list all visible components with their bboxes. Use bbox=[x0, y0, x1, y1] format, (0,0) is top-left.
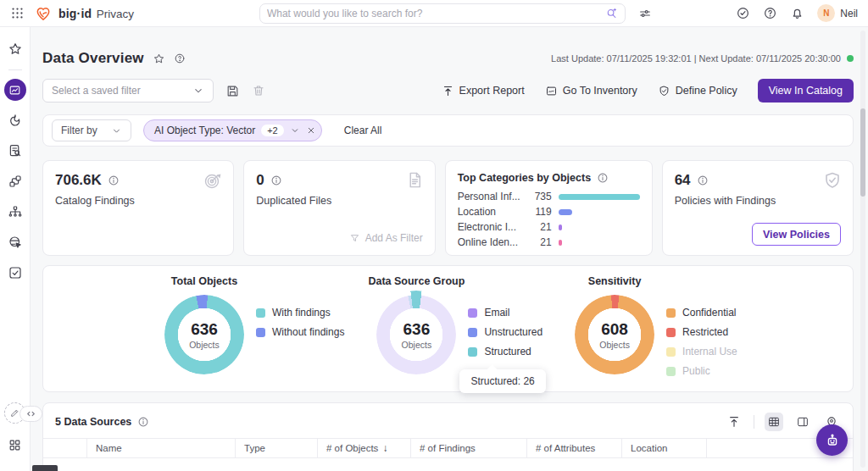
document-search-icon[interactable] bbox=[4, 140, 26, 162]
page-toolbar: Select a saved filter Export Report Go T… bbox=[42, 78, 854, 103]
column-header-type[interactable]: Type bbox=[236, 439, 318, 457]
column-header--of-findings[interactable]: # of Findings bbox=[411, 439, 527, 457]
info-icon[interactable] bbox=[137, 416, 149, 428]
top-right-actions: N Neil bbox=[736, 4, 858, 22]
star-icon[interactable] bbox=[4, 38, 26, 60]
chart-title: Data Source Group bbox=[368, 275, 465, 287]
legend-item[interactable]: With findings bbox=[256, 307, 344, 319]
remove-filter-icon[interactable] bbox=[306, 125, 316, 136]
legend-item[interactable]: Without findings bbox=[256, 326, 344, 338]
sidebar-collapse-handle[interactable] bbox=[19, 406, 42, 422]
legend-item[interactable]: Restricted bbox=[666, 326, 737, 338]
category-label: Personal Inf... bbox=[458, 191, 522, 202]
column-header--of-attributes[interactable]: # of Attributes bbox=[527, 439, 622, 457]
table-header-row: NameType# of Objects↓# of Findings# of A… bbox=[43, 438, 853, 458]
stat-cards-row: 706.6K Catalog Findings 0 Duplicated Fil… bbox=[42, 160, 854, 256]
export-up-icon[interactable] bbox=[725, 413, 743, 431]
filter-chip-ai-object-type[interactable]: AI Object Type: Vector +2 bbox=[143, 119, 322, 141]
nav-data-overview-selected[interactable] bbox=[4, 79, 26, 101]
hierarchy-icon[interactable] bbox=[4, 201, 26, 223]
legend-item[interactable]: Confidential bbox=[666, 307, 737, 319]
search-settings-icon[interactable] bbox=[638, 7, 652, 20]
chart-title: Sensitivity bbox=[588, 275, 642, 287]
table-row-partial-icon bbox=[32, 465, 58, 471]
object-group-icon[interactable] bbox=[4, 170, 26, 192]
legend-swatch bbox=[468, 308, 477, 318]
global-search[interactable] bbox=[259, 3, 626, 24]
flame-icon[interactable] bbox=[4, 109, 26, 131]
info-icon[interactable] bbox=[697, 175, 709, 186]
column-header-location[interactable]: Location bbox=[622, 439, 707, 457]
export-report-button[interactable]: Export Report bbox=[442, 85, 525, 97]
legend-item[interactable]: Public bbox=[666, 365, 737, 377]
info-icon[interactable] bbox=[108, 175, 120, 186]
column-view-icon[interactable] bbox=[793, 413, 812, 431]
view-policies-button[interactable]: View Policies bbox=[752, 223, 841, 246]
globe-pointer-icon[interactable] bbox=[4, 231, 26, 253]
add-as-filter-button[interactable]: Add As Filter bbox=[349, 232, 423, 244]
task-checkbox-icon[interactable] bbox=[4, 262, 26, 284]
legend-label: Internal Use bbox=[682, 346, 737, 357]
table-header-checkbox-cell[interactable] bbox=[43, 439, 87, 457]
bigid-privacy-dashboard: big·id Privacy N Neil bbox=[0, 0, 868, 471]
duplicated-files-card: 0 Duplicated Files Add As Filter bbox=[243, 160, 435, 256]
clear-all-button[interactable]: Clear All bbox=[344, 125, 382, 136]
chart-section: Data Source Group636ObjectsEmailUnstruct… bbox=[376, 275, 542, 374]
column-header-label: Type bbox=[244, 443, 265, 453]
brand[interactable]: big·id Privacy bbox=[35, 5, 134, 22]
legend-swatch bbox=[666, 328, 676, 337]
column-header-name[interactable]: Name bbox=[87, 439, 236, 457]
file-icon bbox=[405, 170, 425, 192]
avatar: N bbox=[817, 4, 835, 22]
legend-label: Structured bbox=[484, 346, 531, 357]
save-filter-icon[interactable] bbox=[225, 84, 240, 98]
search-input[interactable] bbox=[267, 8, 600, 19]
saved-filter-select[interactable]: Select a saved filter bbox=[42, 79, 214, 103]
define-policy-button[interactable]: Define Policy bbox=[658, 85, 737, 97]
chart-section: Total Objects636ObjectsWith findingsWith… bbox=[164, 275, 344, 374]
category-value: 735 bbox=[529, 191, 552, 202]
bigid-logo-icon bbox=[35, 5, 52, 22]
filter-chip-count-badge: +2 bbox=[261, 125, 284, 136]
category-label: Location bbox=[458, 206, 522, 218]
help-icon[interactable] bbox=[763, 6, 777, 20]
legend-item[interactable]: Email bbox=[468, 307, 542, 319]
column-header-label: # of Objects bbox=[326, 443, 378, 453]
filter-by-select[interactable]: Filter by bbox=[52, 119, 131, 141]
donut-total-label: Objects bbox=[402, 340, 432, 350]
apps-menu-icon[interactable] bbox=[4, 434, 26, 456]
chevron-down-icon[interactable] bbox=[290, 125, 300, 136]
legend-item[interactable]: Structured bbox=[468, 346, 542, 357]
category-value: 119 bbox=[529, 206, 552, 218]
scrollbar-thumb[interactable] bbox=[860, 108, 865, 197]
table-view-icon[interactable] bbox=[765, 413, 783, 431]
charts-row: Total Objects636ObjectsWith findingsWith… bbox=[42, 265, 854, 392]
page-help-icon[interactable] bbox=[174, 53, 186, 64]
info-icon[interactable] bbox=[597, 172, 609, 184]
apps-grid-icon[interactable] bbox=[10, 6, 25, 20]
chart-legend: ConfidentialRestrictedInternal UsePublic bbox=[666, 307, 737, 377]
column-header--of-objects[interactable]: # of Objects↓ bbox=[318, 439, 411, 457]
category-bar bbox=[559, 224, 562, 230]
legend-label: Email bbox=[484, 307, 509, 319]
legend-item[interactable]: Unstructured bbox=[468, 326, 542, 338]
donut-chart: 608Objects bbox=[575, 295, 654, 374]
info-icon[interactable] bbox=[270, 175, 282, 186]
notifications-bell-icon[interactable] bbox=[790, 6, 804, 20]
category-label: Electronic I... bbox=[458, 221, 522, 233]
user-menu[interactable]: N Neil bbox=[817, 4, 858, 22]
view-in-catalog-button[interactable]: View In Catalog bbox=[758, 79, 854, 103]
export-icon bbox=[442, 85, 454, 97]
legend-swatch bbox=[666, 308, 676, 318]
donut-chart: 636Objects bbox=[376, 295, 456, 374]
donut-chart: 636Objects bbox=[164, 295, 244, 374]
tasks-check-icon[interactable] bbox=[736, 6, 750, 20]
delete-filter-icon[interactable] bbox=[252, 84, 265, 97]
search-sparkle-icon[interactable] bbox=[605, 7, 618, 19]
go-to-inventory-button[interactable]: Go To Inventory bbox=[545, 85, 637, 97]
assistant-fab[interactable] bbox=[816, 424, 848, 456]
shield-check-icon bbox=[658, 85, 670, 97]
chart-column: Sensitivity608Objects bbox=[575, 275, 654, 377]
favorite-star-icon[interactable] bbox=[153, 53, 165, 65]
legend-item[interactable]: Internal Use bbox=[666, 346, 737, 357]
